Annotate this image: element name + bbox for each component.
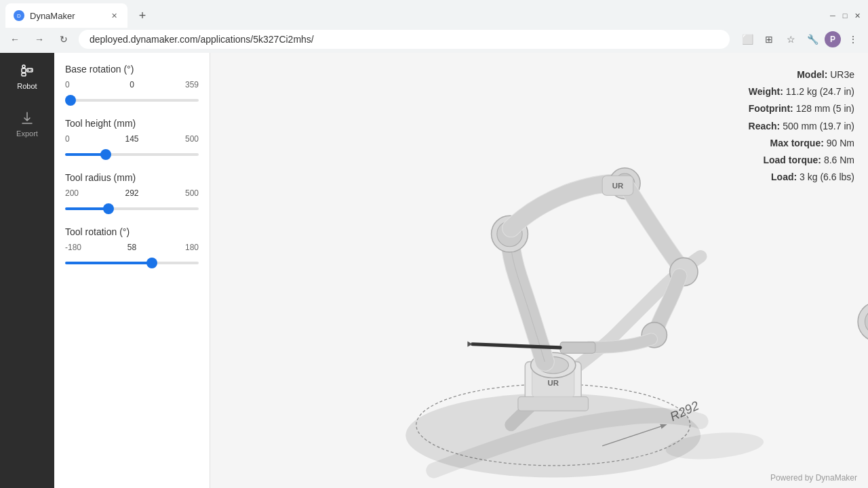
svg-point-7 (28, 70, 29, 71)
tool-height-group: Tool height (mm) 0 145 500 (65, 118, 199, 159)
tool-radius-range-row: 200 292 500 (65, 188, 199, 198)
weight-label: Weight: (749, 86, 783, 97)
load-value: 3 kg (6.6 lbs) (800, 171, 854, 182)
weight-value: 11.2 kg (24.7 in) (786, 86, 854, 97)
model-value: UR3e (830, 69, 854, 80)
spec-reach: Reach: 500 mm (19.7 in) (749, 118, 854, 135)
svg-rect-3 (22, 73, 26, 76)
address-bar: ← → ↻ ⬜ ⊞ ☆ 🔧 P ⋮ (0, 26, 868, 53)
spec-footprint: Footprint: 128 mm (5 in) (749, 100, 854, 117)
spec-model: Model: UR3e (749, 66, 854, 83)
tool-radius-slider[interactable] (65, 207, 199, 210)
base-rotation-range-row: 0 0 359 (65, 80, 199, 89)
robot-3d-viewport[interactable]: R292 UR (210, 53, 868, 488)
load-torque-label: Load torque: (763, 155, 821, 165)
url-input[interactable] (79, 30, 730, 49)
svg-text:UR: UR (547, 379, 558, 387)
controls-panel: Base rotation (°) 0 0 359 Tool height (m… (54, 53, 210, 488)
tab-close-button[interactable]: ✕ (108, 10, 119, 21)
footer-text: Powered by DynaMaker (770, 473, 857, 483)
svg-rect-15 (518, 396, 589, 411)
extensions-icon[interactable]: 🔧 (803, 30, 822, 49)
main-viewport: R292 UR (210, 53, 868, 488)
menu-button[interactable]: ⋮ (844, 30, 863, 49)
app-layout: Robot Export Base rotation (°) 0 0 359 (0, 53, 868, 488)
sidebar-robot-label: Robot (17, 82, 37, 90)
tool-radius-min: 200 (65, 188, 85, 198)
tool-height-label: Tool height (mm) (65, 118, 199, 129)
tool-height-max: 500 (178, 134, 199, 144)
base-rotation-min: 0 (65, 80, 85, 89)
reach-value: 500 mm (19.7 in) (783, 121, 854, 131)
max-torque-value: 90 Nm (827, 138, 854, 148)
load-label: Load: (771, 171, 797, 182)
minimize-button[interactable]: ─ (827, 10, 838, 21)
tool-rotation-min: -180 (65, 243, 85, 252)
svg-rect-26 (560, 342, 595, 354)
browser-toolbar: ⬜ ⊞ ☆ 🔧 P ⋮ (738, 30, 863, 49)
tool-height-value: 145 (85, 134, 178, 144)
spec-load-torque: Load torque: 8.6 Nm (749, 152, 854, 169)
tab-title: DynaMaker (30, 11, 75, 21)
tab-favicon: D (14, 10, 24, 21)
close-button[interactable]: ✕ (852, 10, 863, 21)
base-rotation-group: Base rotation (°) 0 0 359 (65, 64, 199, 104)
forward-button[interactable]: → (30, 30, 49, 49)
tool-rotation-slider-wrapper (65, 255, 199, 267)
reach-label: Reach: (749, 121, 781, 131)
svg-text:UR: UR (612, 182, 623, 190)
tool-radius-label: Tool radius (mm) (65, 172, 199, 183)
sidebar-export-label: Export (16, 129, 38, 138)
tool-radius-value: 292 (85, 188, 178, 198)
tool-rotation-label: Tool rotation (°) (65, 226, 199, 237)
tool-radius-slider-wrapper (65, 201, 199, 213)
window-controls: ─ □ ✕ (827, 10, 863, 21)
tool-rotation-range-row: -180 58 180 (65, 243, 199, 252)
spec-weight: Weight: 11.2 kg (24.7 in) (749, 83, 854, 100)
max-torque-label: Max torque: (770, 138, 824, 148)
svg-text:D: D (17, 13, 21, 19)
apps-icon[interactable]: ⊞ (760, 30, 778, 49)
new-tab-button[interactable]: + (133, 6, 152, 25)
specs-panel: Model: UR3e Weight: 11.2 kg (24.7 in) Fo… (749, 66, 854, 186)
footprint-value: 128 mm (5 in) (796, 103, 854, 114)
tool-height-min: 0 (65, 134, 85, 144)
sidebar: Robot Export (0, 53, 54, 488)
maximize-button[interactable]: □ (840, 10, 850, 21)
tool-radius-max: 500 (178, 188, 199, 198)
svg-point-8 (31, 70, 32, 71)
cast-icon[interactable]: ⬜ (738, 30, 757, 49)
browser-chrome: D DynaMaker ✕ + ─ □ ✕ ← → ↻ ⬜ ⊞ ☆ 🔧 P ⋮ (0, 0, 868, 53)
base-rotation-max: 359 (178, 80, 199, 89)
tool-height-slider-wrapper (65, 146, 199, 159)
spec-load: Load: 3 kg (6.6 lbs) (749, 169, 854, 186)
svg-marker-28 (467, 342, 472, 347)
base-rotation-slider-wrapper (65, 92, 199, 104)
tool-rotation-slider[interactable] (65, 262, 199, 264)
bookmark-icon[interactable]: ☆ (781, 30, 800, 49)
tool-rotation-max: 180 (178, 243, 199, 252)
spec-max-torque: Max torque: 90 Nm (749, 135, 854, 152)
title-bar: D DynaMaker ✕ + ─ □ ✕ (0, 0, 868, 26)
tool-rotation-value: 58 (85, 243, 178, 252)
svg-rect-2 (22, 68, 26, 73)
footprint-label: Footprint: (749, 103, 793, 114)
base-rotation-value: 0 (85, 80, 178, 89)
sidebar-item-robot[interactable]: Robot (0, 53, 54, 100)
tool-rotation-group: Tool rotation (°) -180 58 180 (65, 226, 199, 267)
refresh-button[interactable]: ↻ (54, 30, 73, 49)
base-rotation-label: Base rotation (°) (65, 64, 199, 75)
tool-radius-group: Tool radius (mm) 200 292 500 (65, 172, 199, 213)
tool-height-slider[interactable] (65, 153, 199, 156)
back-button[interactable]: ← (5, 30, 24, 49)
powered-by-footer: Powered by DynaMaker (770, 473, 857, 483)
profile-avatar[interactable]: P (825, 31, 841, 47)
export-icon (19, 110, 35, 127)
sidebar-item-export[interactable]: Export (0, 100, 54, 148)
load-torque-value: 8.6 Nm (824, 155, 854, 165)
base-rotation-slider[interactable] (65, 99, 199, 102)
tool-height-range-row: 0 145 500 (65, 134, 199, 144)
robot-icon (19, 63, 35, 79)
active-tab[interactable]: D DynaMaker ✕ (5, 3, 127, 28)
model-label: Model: (797, 69, 827, 80)
